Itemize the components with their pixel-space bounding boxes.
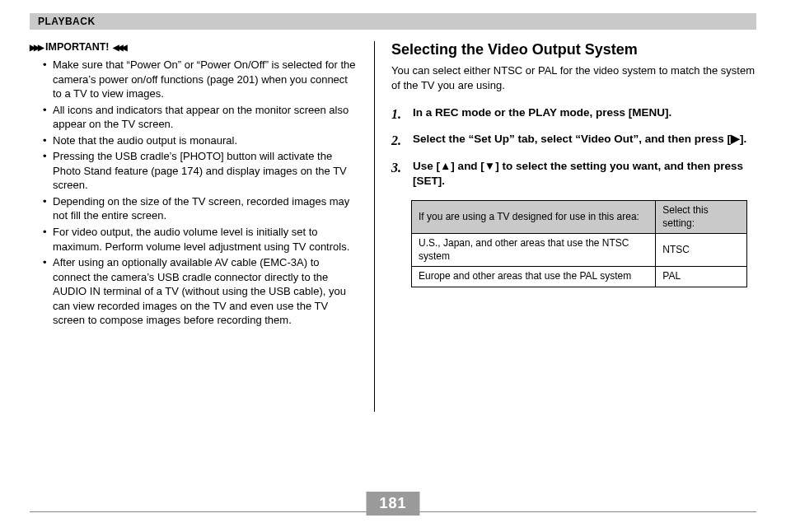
table-cell: U.S., Japan, and other areas that use th… (412, 234, 656, 267)
step-item: Use [▲] and [▼] to select the setting yo… (391, 159, 756, 189)
table-row: U.S., Japan, and other areas that use th… (412, 234, 747, 267)
list-item: For video output, the audio volume level… (44, 225, 358, 254)
backward-icon: ◀◀◀ (113, 43, 125, 52)
step-item: In a REC mode or the PLAY mode, press [M… (391, 105, 756, 120)
table-header-cell: If you are using a TV designed for use i… (412, 200, 656, 233)
important-bullet-list: Make sure that “Power On” or “Power On/O… (30, 58, 358, 328)
list-item: Depending on the size of the TV screen, … (44, 194, 358, 223)
left-column: ▶▶▶ IMPORTANT! ◀◀◀ Make sure that “Power… (30, 41, 374, 412)
section-header: PLAYBACK (30, 13, 756, 30)
list-item: Note that the audio output is monaural. (44, 133, 358, 148)
table-cell: Europe and other areas that use the PAL … (412, 267, 656, 287)
forward-icon: ▶▶▶ (30, 43, 42, 52)
table-cell: PAL (656, 267, 746, 287)
page-number: 181 (366, 492, 419, 516)
column-divider (374, 41, 375, 412)
table-header-row: If you are using a TV designed for use i… (412, 200, 747, 233)
content-columns: ▶▶▶ IMPORTANT! ◀◀◀ Make sure that “Power… (30, 41, 756, 412)
section-intro: You can select either NTSC or PAL for th… (391, 63, 756, 92)
list-item: After using an optionally available AV c… (44, 255, 358, 328)
steps-list: In a REC mode or the PLAY mode, press [M… (391, 105, 756, 189)
right-column: Selecting the Video Output System You ca… (383, 41, 756, 412)
section-title: Selecting the Video Output System (391, 41, 756, 58)
important-label: IMPORTANT! (45, 41, 110, 53)
page-footer: 181 (30, 511, 756, 512)
list-item: All icons and indicators that appear on … (44, 103, 358, 132)
list-item: Make sure that “Power On” or “Power On/O… (44, 58, 358, 101)
step-item: Select the “Set Up” tab, select “Video O… (391, 132, 756, 147)
table-header-cell: Select this setting: (656, 200, 746, 233)
settings-table: If you are using a TV designed for use i… (411, 200, 747, 287)
important-heading: ▶▶▶ IMPORTANT! ◀◀◀ (30, 41, 358, 53)
list-item: Pressing the USB cradle’s [PHOTO] button… (44, 149, 358, 193)
table-cell: NTSC (656, 234, 746, 267)
table-row: Europe and other areas that use the PAL … (412, 267, 747, 287)
